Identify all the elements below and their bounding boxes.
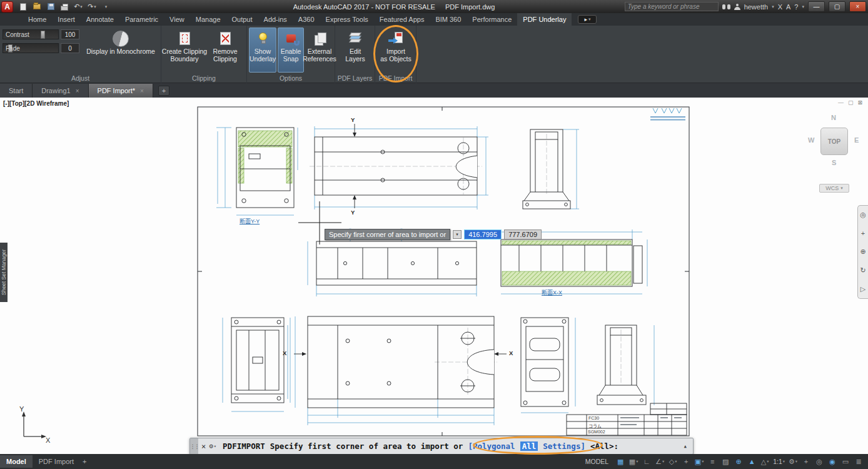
chevron-down-icon[interactable]: ▾ bbox=[802, 4, 804, 9]
exchange-apps-icon[interactable]: X bbox=[778, 3, 782, 11]
tab-parametric[interactable]: Parametric bbox=[119, 13, 164, 26]
contrast-value[interactable]: 100 bbox=[61, 29, 79, 39]
dynamic-input-y-field[interactable]: 777.6709 bbox=[504, 229, 542, 240]
graphics-performance-icon[interactable]: ◉ bbox=[826, 456, 839, 468]
new-drawing-tab-button[interactable]: + bbox=[158, 86, 169, 96]
layout-tab-pdf-import[interactable]: PDF Import bbox=[33, 455, 80, 468]
new-layout-button[interactable]: + bbox=[83, 458, 86, 465]
command-line-grip[interactable]: ⋮⋮ bbox=[190, 438, 198, 454]
undo-button[interactable]: ↶▾ bbox=[72, 1, 84, 12]
tab-performance[interactable]: Performance bbox=[467, 13, 517, 26]
fade-slider[interactable]: Fade bbox=[3, 43, 59, 53]
ortho-icon[interactable]: ∟ bbox=[640, 456, 653, 468]
panel-label-clipping[interactable]: Clipping bbox=[161, 74, 246, 82]
command-line-dock[interactable]: ⋮⋮ × ⚙ ▾ PDFIMPORT Specify first corner … bbox=[189, 438, 694, 455]
tab-pdf-underlay[interactable]: PDF Underlay bbox=[517, 13, 572, 26]
file-tab-drawing1[interactable]: Drawing1× bbox=[33, 84, 88, 98]
fade-value[interactable]: 0 bbox=[61, 43, 79, 53]
import-as-objects-button[interactable]: Import as Objects bbox=[378, 28, 414, 73]
tab-add-ins[interactable]: Add-ins bbox=[258, 13, 293, 26]
display-in-monochrome-button[interactable]: Display in Monochrome bbox=[81, 28, 160, 73]
annotation-visibility-icon[interactable]: ▲ bbox=[745, 456, 758, 468]
help-icon[interactable]: ? bbox=[794, 3, 798, 11]
tab-insert[interactable]: Insert bbox=[52, 13, 81, 26]
isometric-drafting-icon[interactable]: ◇▾ bbox=[667, 456, 679, 468]
application-menu-button[interactable]: A bbox=[1, 1, 13, 13]
zoom-icon[interactable]: ⊕ bbox=[860, 248, 865, 256]
plot-button[interactable] bbox=[58, 1, 71, 12]
connect-video-button[interactable]: ▸ ▾ bbox=[578, 15, 597, 24]
object-snap-icon[interactable]: ▣▾ bbox=[693, 456, 705, 468]
tab-view[interactable]: View bbox=[164, 13, 190, 26]
recent-commands-icon[interactable]: ▴ bbox=[683, 442, 693, 450]
wcs-dropdown[interactable]: WCS ▾ bbox=[819, 184, 849, 193]
tab-featured-apps[interactable]: Featured Apps bbox=[374, 13, 430, 26]
tab-output[interactable]: Output bbox=[226, 13, 258, 26]
grid-icon[interactable]: ▦ bbox=[614, 456, 627, 468]
open-file-button[interactable] bbox=[31, 1, 43, 12]
viewcube[interactable]: N W E S TOP WCS ▾ bbox=[804, 113, 864, 194]
restore-drawing-icon[interactable]: ▢ bbox=[848, 99, 854, 106]
enable-snap-button[interactable]: Enable Snap bbox=[278, 28, 304, 73]
tab-manage[interactable]: Manage bbox=[190, 13, 226, 26]
external-references-button[interactable]: External References bbox=[305, 28, 334, 73]
object-snap-tracking-icon[interactable]: + bbox=[680, 456, 692, 468]
viewcube-east[interactable]: E bbox=[854, 136, 859, 144]
transparency-icon[interactable]: ▨ bbox=[719, 456, 732, 468]
viewcube-south[interactable]: S bbox=[832, 159, 836, 166]
autoscale-icon[interactable]: △▾ bbox=[759, 456, 771, 468]
file-tab-pdf-import[interactable]: PDF Import*× bbox=[89, 84, 153, 98]
navigation-wheel-icon[interactable]: ◎ bbox=[860, 211, 866, 219]
dynamic-input-x-field[interactable]: 416.7995 bbox=[464, 229, 502, 240]
cad-drawing[interactable] bbox=[0, 98, 868, 454]
viewcube-west[interactable]: W bbox=[808, 136, 814, 144]
close-window-button[interactable]: × bbox=[849, 1, 866, 12]
panel-label-options[interactable]: Options bbox=[247, 74, 335, 82]
file-tab-start[interactable]: Start bbox=[0, 84, 33, 98]
dynamic-input-icon[interactable]: ⊕ bbox=[732, 456, 745, 468]
command-prompt-text[interactable]: PDFIMPORT Specify first corner of area t… bbox=[223, 441, 618, 451]
panel-label-pdf-import[interactable]: PDF Import bbox=[375, 74, 416, 82]
polar-tracking-icon[interactable]: ∠▾ bbox=[654, 456, 666, 468]
option-all[interactable]: All bbox=[520, 441, 538, 451]
tab-a360[interactable]: A360 bbox=[293, 13, 320, 26]
minimize-window-button[interactable]: — bbox=[808, 1, 825, 12]
viewcube-north[interactable]: N bbox=[831, 114, 836, 121]
close-drawing-icon[interactable]: ⊠ bbox=[858, 99, 863, 106]
snap-mode-icon[interactable]: ▦▾ bbox=[627, 456, 640, 468]
option-settings[interactable]: Settings bbox=[543, 441, 580, 451]
contrast-slider-thumb[interactable] bbox=[41, 31, 45, 39]
customization-menu-icon[interactable]: ≣ bbox=[852, 456, 865, 468]
qat-customize-button[interactable]: ▾ bbox=[99, 1, 112, 12]
isolate-objects-icon[interactable]: ◎ bbox=[813, 456, 825, 468]
dynamic-input-options-icon[interactable]: ▾ bbox=[453, 230, 462, 239]
search-binoculars-icon[interactable] bbox=[722, 4, 730, 9]
tab-bim-360[interactable]: BIM 360 bbox=[430, 13, 467, 26]
lineweight-icon[interactable]: ≡ bbox=[706, 456, 719, 468]
workspace-switching-icon[interactable]: ⚙▾ bbox=[787, 456, 799, 468]
minimize-drawing-icon[interactable]: — bbox=[838, 99, 844, 106]
annotation-scale-control[interactable]: 1:1▾ bbox=[772, 456, 786, 468]
close-tab-icon[interactable]: × bbox=[76, 88, 79, 94]
create-clipping-boundary-button[interactable]: Create Clipping Boundary bbox=[164, 28, 205, 73]
option-polygonal[interactable]: Polygonal bbox=[473, 441, 515, 451]
viewcube-top-face[interactable]: TOP bbox=[820, 128, 848, 155]
chevron-down-icon[interactable]: ▾ bbox=[772, 4, 774, 9]
tab-annotate[interactable]: Annotate bbox=[81, 13, 119, 26]
new-file-button[interactable] bbox=[17, 1, 29, 12]
panel-label-adjust[interactable]: Adjust bbox=[0, 74, 161, 82]
tab-express-tools[interactable]: Express Tools bbox=[320, 13, 374, 26]
close-command-line-icon[interactable]: × bbox=[201, 442, 206, 451]
viewport-controls[interactable]: [-][Top][2D Wireframe] bbox=[3, 100, 69, 107]
clean-screen-icon[interactable]: ▭ bbox=[839, 456, 852, 468]
contrast-slider[interactable]: Contrast bbox=[3, 29, 59, 39]
signed-in-username[interactable]: hewetth bbox=[744, 3, 769, 11]
layout-tab-model[interactable]: Model bbox=[0, 455, 33, 468]
edit-layers-button[interactable]: Edit Layers bbox=[338, 28, 373, 73]
orbit-icon[interactable]: ↻ bbox=[860, 266, 865, 275]
command-line-customize-button[interactable]: ⚙ ▾ bbox=[209, 442, 216, 450]
redo-button[interactable]: ↷▾ bbox=[86, 1, 98, 12]
show-underlay-button[interactable]: Show Underlay bbox=[249, 28, 276, 73]
close-tab-icon[interactable]: × bbox=[140, 88, 144, 94]
model-space-indicator[interactable]: MODEL bbox=[585, 458, 608, 465]
